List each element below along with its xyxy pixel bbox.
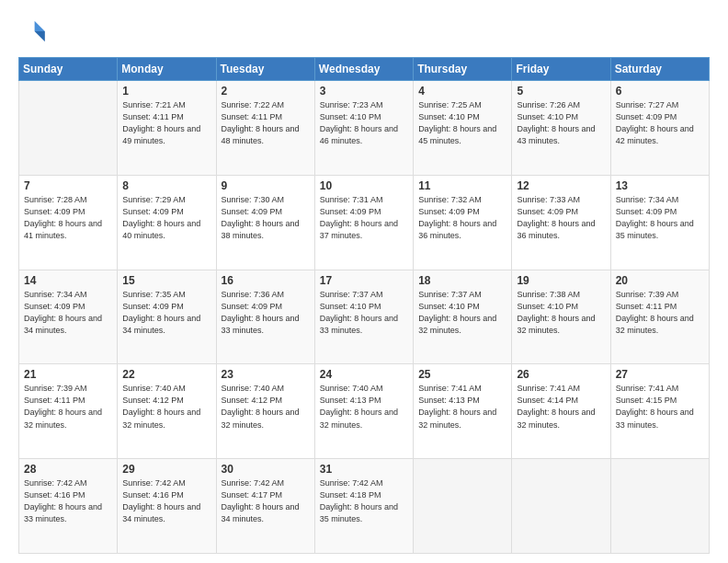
day-number: 6 bbox=[616, 85, 704, 98]
calendar-header-row: SundayMondayTuesdayWednesdayThursdayFrid… bbox=[19, 58, 710, 81]
day-number: 19 bbox=[517, 274, 605, 287]
day-info: Sunrise: 7:42 AMSunset: 4:17 PMDaylight:… bbox=[222, 478, 300, 523]
day-info: Sunrise: 7:35 AMSunset: 4:09 PMDaylight:… bbox=[122, 290, 200, 335]
logo bbox=[18, 17, 51, 46]
calendar-cell: 30 Sunrise: 7:42 AMSunset: 4:17 PMDaylig… bbox=[216, 459, 314, 554]
day-info: Sunrise: 7:26 AMSunset: 4:10 PMDaylight:… bbox=[517, 100, 595, 145]
day-number: 31 bbox=[320, 463, 408, 476]
calendar-cell: 23 Sunrise: 7:40 AMSunset: 4:12 PMDaylig… bbox=[216, 364, 314, 459]
weekday-header-sunday: Sunday bbox=[19, 58, 118, 81]
calendar-cell: 16 Sunrise: 7:36 AMSunset: 4:09 PMDaylig… bbox=[216, 270, 314, 364]
calendar-cell: 17 Sunrise: 7:37 AMSunset: 4:10 PMDaylig… bbox=[314, 270, 413, 364]
day-info: Sunrise: 7:38 AMSunset: 4:10 PMDaylight:… bbox=[517, 290, 595, 335]
calendar-cell: 10 Sunrise: 7:31 AMSunset: 4:09 PMDaylig… bbox=[314, 175, 413, 270]
weekday-header-wednesday: Wednesday bbox=[314, 58, 413, 81]
weekday-header-friday: Friday bbox=[512, 58, 610, 81]
day-number: 1 bbox=[122, 85, 210, 98]
day-info: Sunrise: 7:41 AMSunset: 4:13 PMDaylight:… bbox=[418, 384, 496, 429]
calendar-body: 1 Sunrise: 7:21 AMSunset: 4:11 PMDayligh… bbox=[19, 81, 710, 554]
day-info: Sunrise: 7:32 AMSunset: 4:09 PMDaylight:… bbox=[418, 195, 496, 240]
day-number: 28 bbox=[24, 463, 112, 476]
calendar-cell: 7 Sunrise: 7:28 AMSunset: 4:09 PMDayligh… bbox=[19, 175, 118, 270]
day-info: Sunrise: 7:29 AMSunset: 4:09 PMDaylight:… bbox=[122, 195, 200, 240]
day-info: Sunrise: 7:22 AMSunset: 4:11 PMDaylight:… bbox=[222, 100, 300, 145]
calendar-cell bbox=[512, 459, 610, 554]
calendar-cell bbox=[19, 81, 118, 176]
calendar-week-4: 21 Sunrise: 7:39 AMSunset: 4:11 PMDaylig… bbox=[19, 364, 710, 459]
calendar-cell: 4 Sunrise: 7:25 AMSunset: 4:10 PMDayligh… bbox=[414, 81, 512, 176]
day-number: 21 bbox=[24, 368, 112, 381]
day-number: 3 bbox=[320, 85, 408, 98]
day-info: Sunrise: 7:27 AMSunset: 4:09 PMDaylight:… bbox=[616, 100, 694, 145]
day-info: Sunrise: 7:23 AMSunset: 4:10 PMDaylight:… bbox=[320, 100, 398, 145]
calendar-cell: 26 Sunrise: 7:41 AMSunset: 4:14 PMDaylig… bbox=[512, 364, 610, 459]
day-info: Sunrise: 7:37 AMSunset: 4:10 PMDaylight:… bbox=[320, 290, 398, 335]
weekday-header-tuesday: Tuesday bbox=[216, 58, 314, 81]
day-info: Sunrise: 7:40 AMSunset: 4:13 PMDaylight:… bbox=[320, 384, 398, 429]
calendar-week-3: 14 Sunrise: 7:34 AMSunset: 4:09 PMDaylig… bbox=[19, 270, 710, 364]
day-info: Sunrise: 7:42 AMSunset: 4:16 PMDaylight:… bbox=[122, 478, 200, 523]
weekday-header-monday: Monday bbox=[118, 58, 216, 81]
calendar: SundayMondayTuesdayWednesdayThursdayFrid… bbox=[18, 57, 710, 554]
calendar-cell: 25 Sunrise: 7:41 AMSunset: 4:13 PMDaylig… bbox=[414, 364, 512, 459]
day-number: 24 bbox=[320, 368, 408, 381]
calendar-cell: 24 Sunrise: 7:40 AMSunset: 4:13 PMDaylig… bbox=[314, 364, 413, 459]
calendar-cell: 3 Sunrise: 7:23 AMSunset: 4:10 PMDayligh… bbox=[314, 81, 413, 176]
calendar-cell: 5 Sunrise: 7:26 AMSunset: 4:10 PMDayligh… bbox=[512, 81, 610, 176]
day-number: 11 bbox=[418, 179, 506, 192]
weekday-header-saturday: Saturday bbox=[610, 58, 709, 81]
day-info: Sunrise: 7:39 AMSunset: 4:11 PMDaylight:… bbox=[24, 384, 102, 429]
day-number: 9 bbox=[222, 179, 310, 192]
day-info: Sunrise: 7:42 AMSunset: 4:16 PMDaylight:… bbox=[24, 478, 102, 523]
day-info: Sunrise: 7:34 AMSunset: 4:09 PMDaylight:… bbox=[616, 195, 694, 240]
day-number: 13 bbox=[616, 179, 704, 192]
day-number: 26 bbox=[517, 368, 605, 381]
svg-marker-0 bbox=[35, 21, 45, 31]
page: SundayMondayTuesdayWednesdayThursdayFrid… bbox=[0, 0, 728, 563]
day-number: 23 bbox=[222, 368, 310, 381]
logo-icon bbox=[18, 17, 48, 46]
calendar-cell: 31 Sunrise: 7:42 AMSunset: 4:18 PMDaylig… bbox=[314, 459, 413, 554]
calendar-cell: 28 Sunrise: 7:42 AMSunset: 4:16 PMDaylig… bbox=[19, 459, 118, 554]
day-info: Sunrise: 7:37 AMSunset: 4:10 PMDaylight:… bbox=[418, 290, 496, 335]
day-info: Sunrise: 7:39 AMSunset: 4:11 PMDaylight:… bbox=[616, 290, 694, 335]
day-number: 20 bbox=[616, 274, 704, 287]
day-number: 4 bbox=[418, 85, 506, 98]
calendar-cell: 9 Sunrise: 7:30 AMSunset: 4:09 PMDayligh… bbox=[216, 175, 314, 270]
day-number: 16 bbox=[222, 274, 310, 287]
day-info: Sunrise: 7:25 AMSunset: 4:10 PMDaylight:… bbox=[418, 100, 496, 145]
calendar-cell: 11 Sunrise: 7:32 AMSunset: 4:09 PMDaylig… bbox=[414, 175, 512, 270]
day-info: Sunrise: 7:30 AMSunset: 4:09 PMDaylight:… bbox=[222, 195, 300, 240]
calendar-cell: 22 Sunrise: 7:40 AMSunset: 4:12 PMDaylig… bbox=[118, 364, 216, 459]
calendar-cell: 18 Sunrise: 7:37 AMSunset: 4:10 PMDaylig… bbox=[414, 270, 512, 364]
day-number: 10 bbox=[320, 179, 408, 192]
calendar-cell: 6 Sunrise: 7:27 AMSunset: 4:09 PMDayligh… bbox=[610, 81, 709, 176]
weekday-header-thursday: Thursday bbox=[414, 58, 512, 81]
day-number: 22 bbox=[122, 368, 210, 381]
day-info: Sunrise: 7:41 AMSunset: 4:14 PMDaylight:… bbox=[517, 384, 595, 429]
day-info: Sunrise: 7:21 AMSunset: 4:11 PMDaylight:… bbox=[122, 100, 200, 145]
day-number: 29 bbox=[122, 463, 210, 476]
day-info: Sunrise: 7:40 AMSunset: 4:12 PMDaylight:… bbox=[122, 384, 200, 429]
day-info: Sunrise: 7:36 AMSunset: 4:09 PMDaylight:… bbox=[222, 290, 300, 335]
calendar-cell: 13 Sunrise: 7:34 AMSunset: 4:09 PMDaylig… bbox=[610, 175, 709, 270]
calendar-cell: 15 Sunrise: 7:35 AMSunset: 4:09 PMDaylig… bbox=[118, 270, 216, 364]
day-info: Sunrise: 7:40 AMSunset: 4:12 PMDaylight:… bbox=[222, 384, 300, 429]
calendar-cell: 20 Sunrise: 7:39 AMSunset: 4:11 PMDaylig… bbox=[610, 270, 709, 364]
calendar-cell: 27 Sunrise: 7:41 AMSunset: 4:15 PMDaylig… bbox=[610, 364, 709, 459]
day-info: Sunrise: 7:41 AMSunset: 4:15 PMDaylight:… bbox=[616, 384, 694, 429]
calendar-week-2: 7 Sunrise: 7:28 AMSunset: 4:09 PMDayligh… bbox=[19, 175, 710, 270]
calendar-week-5: 28 Sunrise: 7:42 AMSunset: 4:16 PMDaylig… bbox=[19, 459, 710, 554]
day-info: Sunrise: 7:42 AMSunset: 4:18 PMDaylight:… bbox=[320, 478, 398, 523]
day-info: Sunrise: 7:28 AMSunset: 4:09 PMDaylight:… bbox=[24, 195, 102, 240]
calendar-cell: 1 Sunrise: 7:21 AMSunset: 4:11 PMDayligh… bbox=[118, 81, 216, 176]
calendar-cell: 19 Sunrise: 7:38 AMSunset: 4:10 PMDaylig… bbox=[512, 270, 610, 364]
calendar-cell bbox=[610, 459, 709, 554]
day-number: 5 bbox=[517, 85, 605, 98]
day-number: 8 bbox=[122, 179, 210, 192]
calendar-cell: 12 Sunrise: 7:33 AMSunset: 4:09 PMDaylig… bbox=[512, 175, 610, 270]
header bbox=[18, 17, 710, 46]
calendar-cell: 14 Sunrise: 7:34 AMSunset: 4:09 PMDaylig… bbox=[19, 270, 118, 364]
calendar-cell bbox=[414, 459, 512, 554]
day-number: 30 bbox=[222, 463, 310, 476]
